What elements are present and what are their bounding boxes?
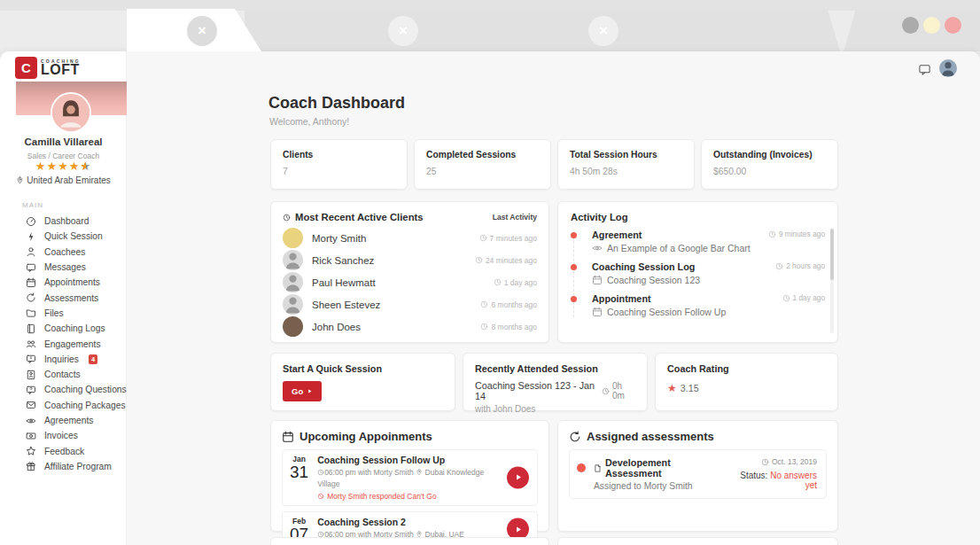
folder-icon — [26, 308, 36, 318]
sidebar-item[interactable]: Messages — [0, 260, 127, 275]
clock-icon — [782, 294, 790, 302]
activity-item[interactable]: Agreement 9 minutes ago An Example of a … — [571, 230, 825, 253]
app-logo[interactable]: C COACHING LOFT — [15, 57, 81, 79]
sidebar-item-label: Files — [44, 308, 64, 318]
traffic-light-red — [945, 17, 961, 34]
client-avatar — [283, 250, 303, 270]
sidebar-item[interactable]: Files — [0, 306, 127, 321]
logo-word-bottom: LOFT — [41, 64, 81, 76]
stat-label: Outstanding (Invoices) — [713, 150, 826, 160]
sidebar-item[interactable]: Appointments — [0, 275, 127, 290]
stat-card: Total Session Hours 4h 50m 28s — [557, 139, 695, 190]
assessment-assigned-to: Assigned to Morty Smith — [594, 481, 722, 491]
chat-alert-icon — [26, 354, 36, 364]
sidebar-item-label: Coaching Logs — [44, 323, 105, 333]
sidebar-item[interactable]: Coachees — [0, 245, 127, 260]
activity-time: 9 minutes ago — [768, 230, 825, 238]
recent-session-title: Recently Attended Session — [475, 363, 635, 374]
sidebar-item[interactable]: Quick Session — [0, 229, 127, 244]
sidebar-item[interactable]: Agreements — [0, 413, 127, 428]
users-icon — [26, 339, 36, 349]
sidebar-item[interactable]: Invoices — [0, 428, 127, 443]
client-last-activity: 6 months ago — [480, 300, 537, 309]
screen: × × × C COACHING LOFT — [0, 0, 980, 545]
gift-icon — [26, 461, 36, 471]
play-icon — [514, 473, 523, 482]
quick-session-title: Start A Quick Session — [283, 363, 443, 374]
sidebar-item[interactable]: Coaching Questions — [0, 382, 127, 397]
clock-icon — [494, 278, 502, 286]
client-row[interactable]: Rick Sanchez 24 minutes ago — [283, 249, 537, 271]
coach-rating-card: Coach Rating ★ 3.15 — [655, 353, 838, 411]
star-icon — [26, 446, 36, 456]
activity-log-panel: Activity Log Agreement 9 minutes ago An … — [557, 201, 838, 343]
appointment-card[interactable]: Jan 31 Coaching Session Follow Up 06:00 … — [282, 449, 538, 506]
user-avatar[interactable] — [939, 59, 957, 77]
sidebar-item[interactable]: Coaching Logs — [0, 321, 127, 336]
activity-detail: Coaching Session Follow Up — [592, 307, 825, 317]
close-tab-icon[interactable]: × — [588, 16, 618, 46]
sidebar-item[interactable]: Coaching Packages — [0, 398, 127, 413]
client-last-activity: 1 day ago — [494, 278, 537, 287]
pin-icon — [416, 468, 423, 477]
pin-icon — [16, 176, 24, 184]
gauge-icon — [26, 216, 36, 227]
chat-q-icon — [26, 385, 36, 395]
recent-session-card: Recently Attended Session Coaching Sessi… — [463, 353, 648, 411]
profile-avatar[interactable] — [51, 92, 91, 133]
sidebar-item[interactable]: Feedback — [0, 443, 127, 458]
messages-icon[interactable] — [918, 63, 931, 76]
client-row[interactable]: Paul Hewmatt 1 day ago — [283, 271, 537, 293]
sidebar-item-label: Appointments — [44, 277, 100, 287]
upcoming-appointments-panel: Upcoming Appoinments Jan 31 Coaching Ses… — [270, 420, 549, 532]
sidebar-item-label: Invoices — [44, 431, 78, 440]
activity-detail: An Example of a Google Bar Chart — [592, 243, 825, 253]
sidebar-item[interactable]: Engagements — [0, 336, 127, 351]
sidebar-item-badge: 4 — [89, 354, 97, 364]
scrollbar-track[interactable] — [830, 229, 834, 333]
sidebar-item[interactable]: Contacts — [0, 367, 127, 382]
client-last-activity: 7 minutes ago — [479, 234, 537, 243]
timeline-dot — [571, 296, 577, 302]
sidebar-item[interactable]: Inquiries 4 — [0, 352, 127, 367]
stat-card: Completed Sessions 25 — [414, 139, 551, 190]
appointment-title: Coaching Session 2 — [317, 517, 505, 527]
sidebar-item[interactable]: Assessments — [0, 290, 127, 305]
clock-icon — [602, 387, 610, 395]
close-tab-icon[interactable]: × — [187, 16, 217, 46]
assessment-card[interactable]: Developement Assessment Assigned to Mort… — [569, 449, 827, 499]
sidebar-item[interactable]: Affiliate Program — [0, 459, 127, 474]
sidebar-item[interactable]: Dashboard — [0, 214, 127, 229]
client-row[interactable]: Morty Smith 7 minutes ago — [283, 227, 537, 249]
client-avatar — [283, 316, 303, 337]
client-name: Morty Smith — [312, 233, 479, 244]
stat-value: $650.00 — [713, 167, 826, 176]
clock-icon — [775, 262, 783, 270]
client-row[interactable]: John Does 8 months ago — [283, 315, 537, 338]
activity-log-title: Activity Log — [571, 212, 825, 222]
activity-item[interactable]: Appointment 1 day ago Coaching Session F… — [571, 293, 825, 317]
close-tab-icon[interactable]: × — [388, 16, 418, 46]
browser-tab-inactive[interactable] — [245, 9, 840, 51]
assessment-status-value[interactable]: No answers yet — [770, 471, 817, 490]
stat-value: 4h 50m 28s — [570, 167, 682, 176]
play-icon — [514, 525, 523, 533]
activity-time: 2 hours ago — [775, 261, 825, 270]
calendar-icon — [592, 275, 603, 285]
last-activity-header: Last Activity — [493, 213, 537, 222]
stat-card: Outstanding (Invoices) $650.00 — [701, 139, 838, 190]
clock-icon — [317, 468, 324, 477]
start-session-button[interactable] — [507, 466, 529, 488]
upcoming-appointments-title: Upcoming Appoinments — [282, 430, 538, 443]
recent-clients-panel: Most Recent Active Clients Last Activity… — [270, 201, 549, 343]
activity-item[interactable]: Coaching Session Log 2 hours ago Coachin… — [571, 261, 825, 285]
stat-label: Completed Sessions — [426, 150, 539, 160]
activity-time: 1 day ago — [782, 293, 825, 302]
calendar-icon — [26, 277, 36, 288]
client-row[interactable]: Sheen Estevez 6 months ago — [283, 293, 537, 315]
sidebar-item-label: Dashboard — [44, 216, 89, 226]
assessments-list: Developement Assessment Assigned to Mort… — [569, 449, 827, 499]
scrollbar-thumb[interactable] — [830, 229, 834, 280]
go-button[interactable]: Go — [283, 381, 322, 401]
sidebar-item-label: Messages — [44, 262, 86, 272]
